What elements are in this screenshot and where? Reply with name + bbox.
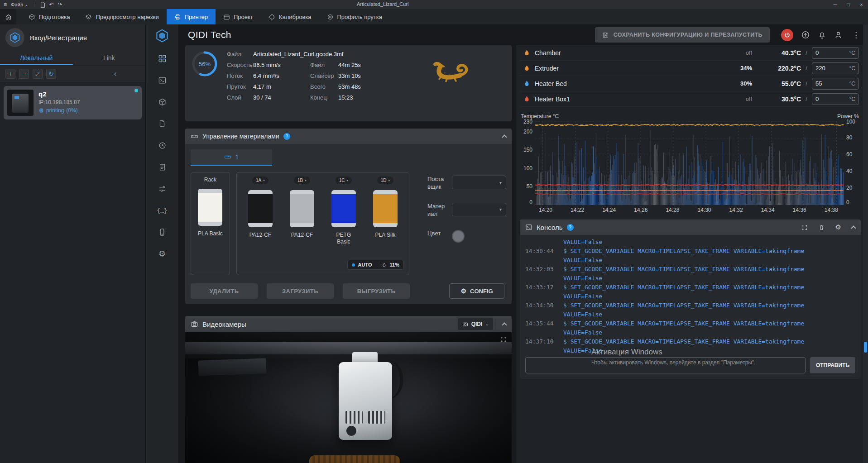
console-command-input[interactable] [525,357,806,373]
slot-badge[interactable]: 1D ▾ [377,177,393,184]
heater-power: 34% [712,65,752,72]
console-card: Консоль ? ⚙ [520,220,861,379]
print-file-name: Articulated_Lizard_Curl.gcode.3mf [253,51,417,57]
refresh-devices-button[interactable]: ↻ [46,69,56,79]
tab-project[interactable]: Проект [216,9,261,24]
print-status-card: 56% Файл Articulated_Lizard_Curl.gcode.3… [185,45,512,121]
device-card-q2[interactable]: q2 IP:10.198.185.87 printing (0%) [4,86,142,119]
collapse-panel-icon[interactable] [502,134,507,139]
scrollbar-thumb[interactable] [864,342,867,353]
tab-link-devices[interactable]: Link [73,51,146,65]
tune-icon[interactable] [153,180,172,198]
heater-target-input[interactable] [815,65,848,72]
config-button[interactable]: ⚙ CONFIG [449,283,504,299]
divider [377,262,377,267]
device-status-text: printing [46,107,64,114]
slot-badge[interactable]: 1C ▾ [336,177,352,184]
filament-slot-1c[interactable]: 1C ▾ PETG Basic [324,177,364,271]
gear-icon[interactable]: ⚙ [835,223,841,231]
gcode-preview-icon[interactable] [153,93,172,111]
slot-badge[interactable]: 1A ▾ [252,177,269,184]
files-icon[interactable] [153,115,172,133]
drop-icon [521,80,532,87]
unload-material-button[interactable]: ВЫГРУЗИТЬ [343,283,410,299]
macros-icon[interactable]: {…} [153,201,172,220]
cameras-card: Видеокамеры QIDI ⌄ [185,316,512,463]
filament-slot-1a[interactable]: 1A ▾ PA12-CF [240,177,280,271]
user-icon[interactable] [834,31,843,39]
device-panel-icon[interactable] [153,223,172,241]
more-options-icon[interactable]: ⋮ [850,30,862,40]
slash-separator: / [801,65,812,72]
heater-current-temp: 220.2°C [752,65,801,72]
console-title: Консоль [537,224,563,231]
color-swatch[interactable] [452,230,465,243]
auto-mode-toggle[interactable]: AUTO 11% [347,260,404,270]
heater-current-temp: 40.3°C [752,49,801,57]
slot-badge[interactable]: 1B ▾ [294,177,310,184]
trash-icon[interactable] [818,224,825,231]
redo-icon[interactable]: ↷ [58,1,62,8]
heater-target-input[interactable] [815,49,848,56]
minimize-button[interactable]: ─ [829,0,842,9]
tab-filament-profile[interactable]: Профиль прутка [319,9,390,24]
supplier-select[interactable]: ▾ [452,176,506,189]
tab-slice-preview[interactable]: Предпросмотр нарезки [77,9,166,24]
maximize-button[interactable]: □ [842,0,855,9]
notifications-bell-icon[interactable] [818,31,826,39]
collapse-sidebar-icon[interactable]: ‹ [114,70,116,78]
heater-target-input[interactable] [815,80,848,87]
config-files-icon[interactable] [153,158,172,176]
undo-icon[interactable]: ↶ [49,1,54,8]
x-axis: 14:2014:22 14:2414:26 14:2814:30 14:3214… [520,205,861,213]
add-device-button[interactable]: + [5,69,15,79]
material-select[interactable]: ▾ [452,203,506,216]
save-config-restart-button[interactable]: СОХРАНИТЬ КОНФИГУРАЦИЮ И ПЕРЕЗАПУСТИТЬ [595,27,770,43]
emergency-stop-button[interactable] [781,29,793,41]
history-icon[interactable] [153,136,172,154]
collapse-panel-icon[interactable] [851,225,856,230]
login-button[interactable]: Вход/Регистрация [0,24,145,51]
spool [290,190,314,227]
edit-device-button[interactable] [33,69,43,79]
printer-status-column: Chamber off 40.3°C / °C Extruder [516,45,868,463]
new-file-icon[interactable] [40,2,45,8]
heater-row-chamber: Chamber off 40.3°C / °C [520,45,861,61]
tab-prepare[interactable]: Подготовка [21,9,77,24]
close-button[interactable]: × [855,0,868,9]
tab-printer[interactable]: Принтер [167,9,216,24]
console-entry: 14:37:10 $ SET_GCODE_VARIABLE MACRO=TIME… [525,337,855,353]
spool [373,190,398,227]
rack-slot[interactable]: Rack PLA Basic [191,172,230,275]
tab-calibration[interactable]: Калибровка [261,9,319,24]
send-command-button[interactable]: ОТПРАВИТЬ [810,357,855,373]
caret-down-icon: ▾ [305,179,307,182]
rack-spool [198,189,222,226]
material-unit-tab-1[interactable]: 1 [191,149,272,166]
settings-gear-icon[interactable]: ⚙ [153,245,172,263]
menu-icon[interactable]: ≡ [4,1,7,8]
filament-slot-1d[interactable]: 1D ▾ PLA Silk [365,177,405,271]
stat-label: Файл [227,51,253,57]
remove-device-button[interactable]: − [19,69,29,79]
filament-slot-1b[interactable]: 1B ▾ PA12-CF [282,177,322,271]
console-entry: 14:35:44 $ SET_GCODE_VARIABLE MACRO=TIME… [525,319,855,337]
dashboard-icon[interactable] [153,49,172,67]
help-icon[interactable]: ? [567,224,574,231]
help-icon[interactable]: ? [283,133,290,140]
file-menu[interactable]: Файл ⌄ [11,2,28,7]
host-upload-icon[interactable] [801,30,810,39]
tab-local-devices[interactable]: Локальный [0,51,73,65]
delete-material-button[interactable]: УДАЛИТЬ [191,283,258,299]
fullscreen-icon[interactable] [500,336,507,343]
camera-source-select[interactable]: QIDI ⌄ [458,318,493,330]
home-button[interactable] [0,9,16,24]
device-ip: IP:10.198.185.87 [38,99,80,105]
rack-material-name: PLA Basic [198,230,223,237]
load-material-button[interactable]: ЗАГРУЗИТЬ [267,283,334,299]
chevron-down-icon: ⌄ [25,3,28,7]
collapse-panel-icon[interactable] [502,322,507,327]
console-icon[interactable] [153,71,172,89]
heater-target-input[interactable] [815,95,848,102]
expand-icon[interactable] [801,224,808,231]
